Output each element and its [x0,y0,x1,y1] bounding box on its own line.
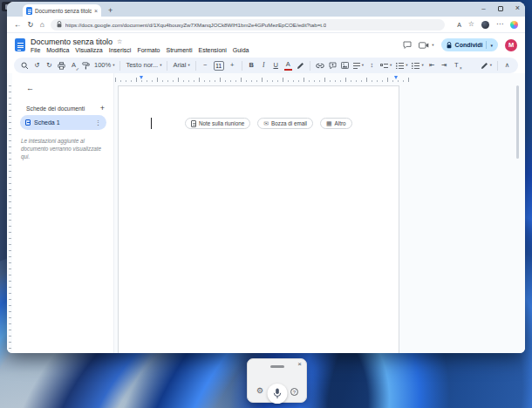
chevron-down-icon: ▾ [362,64,364,68]
document-page[interactable]: Note sulla riunione ✉ Bozza di email ▦ A… [118,85,399,353]
underline-button[interactable]: U [272,60,280,71]
tab-label: Scheda 1 [34,119,60,126]
vertical-ruler [9,85,11,353]
close-button[interactable]: × [515,4,520,12]
editing-mode-button[interactable]: ▾ [481,60,492,71]
align-button[interactable]: ▾ [353,60,364,71]
close-icon[interactable]: × [297,361,302,368]
highlight-button[interactable] [297,60,304,71]
menu-guida[interactable]: Guida [233,47,249,53]
print-button[interactable] [58,60,65,71]
tab-close-icon[interactable]: × [94,8,98,14]
line-spacing-button[interactable]: ↕ [368,60,376,71]
browser-profile-avatar[interactable] [481,21,489,29]
url-field[interactable]: https://docs.google.com/document/d/1Xqu4… [51,19,445,31]
vertical-scrollbar[interactable] [516,85,519,159]
italic-button[interactable]: I [260,60,268,71]
right-indent-marker[interactable] [394,76,398,79]
increase-indent-button[interactable]: ⇥ [440,60,448,71]
favorites-star-icon[interactable]: ☆ [468,21,474,28]
star-document-icon[interactable]: ☆ [117,38,122,44]
collapse-toolbar-button[interactable]: ∧ [503,60,511,71]
chip-more[interactable]: ▦ Altro [320,118,352,129]
chevron-down-icon: ▾ [490,64,492,68]
collapse-sidebar-icon[interactable]: ← [26,85,34,92]
home-icon[interactable]: ⌂ [40,21,44,29]
voice-typing-panel: × ⚙ ? [247,358,307,403]
bold-button[interactable]: B [248,60,256,71]
text-color-button[interactable]: A [284,60,292,71]
meet-button[interactable]: ▾ [419,42,433,49]
zoom-select[interactable]: 100%▾ [94,60,114,71]
docs-header: Documento senza titolo ☆ File Modifica V… [7,33,525,57]
redo-button[interactable]: ↻ [45,60,53,71]
menu-visualizza[interactable]: Visualizza [75,47,102,53]
sidebar-hint-text: Le intestazioni aggiunte al documento ve… [21,137,106,160]
microphone-button[interactable] [267,384,287,404]
minimize-button[interactable]: – [481,5,485,12]
add-tab-button[interactable]: + [100,105,105,112]
share-button[interactable]: Condividi ▾ [441,38,498,51]
menu-file[interactable]: File [31,47,40,53]
google-docs-icon[interactable] [15,38,25,51]
add-comment-button[interactable] [329,60,337,71]
comments-icon[interactable] [403,41,412,49]
undo-button[interactable]: ↺ [33,60,41,71]
search-menus-button[interactable] [21,60,29,71]
menu-estensioni[interactable]: Estensioni [198,47,226,53]
menu-modifica[interactable]: Modifica [46,47,69,53]
font-value: Arial [173,62,186,69]
browser-copilot-icon[interactable] [510,21,518,29]
insert-link-button[interactable] [316,60,324,71]
back-icon[interactable]: ← [14,21,22,29]
decrease-font-button[interactable]: − [201,60,209,71]
lock-icon [447,42,452,49]
account-avatar[interactable]: M [505,39,517,51]
bulleted-list-icon [396,63,404,69]
menu-formato[interactable]: Formato [137,47,160,53]
left-indent-marker[interactable] [140,76,143,79]
refresh-icon[interactable]: ↻ [28,21,34,29]
tab-options-icon[interactable]: ⋮ [95,119,101,126]
decrease-indent-button[interactable]: ⇤ [428,60,436,71]
meeting-notes-icon [191,120,196,127]
drag-handle[interactable] [270,365,284,368]
new-tab-button[interactable]: + [108,7,113,15]
increase-font-button[interactable]: + [228,60,236,71]
checklist-button[interactable]: ▾ [380,60,392,71]
clear-format-letter: T [454,62,459,69]
highlighter-icon [297,62,304,70]
numbered-list-button[interactable]: ▾ [412,60,423,71]
microphone-icon [272,388,282,399]
text-cursor [151,118,152,129]
styles-select[interactable]: Testo nor...▾ [126,60,161,71]
document-title[interactable]: Documento senza titolo [31,37,113,46]
clear-format-x: × [460,67,462,71]
chip-meeting-notes[interactable]: Note sulla riunione [185,118,250,129]
maximize-button[interactable] [498,6,503,11]
checklist-icon [380,63,388,69]
bulleted-list-button[interactable]: ▾ [396,60,407,71]
chip-label: Bozza di email [271,120,307,126]
pencil-icon [481,62,488,70]
clear-formatting-button[interactable]: T× [453,60,460,71]
share-dropdown-icon[interactable]: ▾ [490,43,493,48]
menu-inserisci[interactable]: Inserisci [109,47,132,53]
gear-icon[interactable]: ⚙ [256,387,263,395]
chip-email-draft[interactable]: ✉ Bozza di email [257,118,313,129]
font-size-field[interactable]: 11 [214,61,224,71]
toolbar-divider [242,61,242,71]
paint-format-button[interactable] [82,60,90,71]
help-icon[interactable]: ? [290,388,298,396]
toolbar-divider [195,61,196,71]
sidebar-item-scheda-1[interactable]: Scheda 1 ⋮ [20,115,106,130]
read-aloud-icon[interactable]: A [457,22,461,28]
browser-tab[interactable]: Documento senza titolo - Docu × [23,4,101,17]
spellcheck-button[interactable]: A✓ [70,60,78,71]
browser-menu-icon[interactable]: ⋯ [496,21,503,28]
chevron-down-icon: ▾ [406,64,407,68]
chevron-down-icon: ▾ [188,64,189,68]
insert-image-button[interactable] [341,60,349,71]
menu-strumenti[interactable]: Strumenti [167,47,193,53]
font-select[interactable]: Arial▾ [173,60,189,71]
